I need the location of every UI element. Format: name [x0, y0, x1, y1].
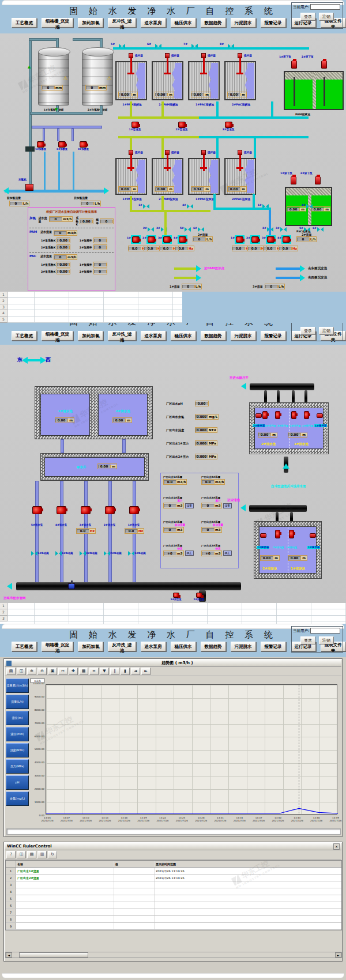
table-row[interactable]: 3: [6, 881, 341, 888]
nav-button[interactable]: 加药加氯: [78, 18, 103, 28]
table-row[interactable]: 2 厂区出水2#流量 2021/7/26 13:19:26: [6, 875, 341, 881]
table-row[interactable]: 5: [6, 895, 341, 902]
valve[interactable]: 5#: [185, 227, 191, 232]
valve[interactable]: 1#: [143, 204, 149, 209]
submersible-pump-icon[interactable]: [321, 61, 327, 69]
motor-valve[interactable]: 5#电动阀: [31, 551, 43, 556]
nav-button[interactable]: 工艺概览: [12, 18, 37, 28]
storage-tank[interactable]: ⚠ 0mm 2#次氯酸钠储罐: [82, 51, 113, 111]
mixer-icon[interactable]: [200, 53, 208, 78]
curve-button[interactable]: 余氯(mg/L): [6, 791, 29, 806]
mixer-icon[interactable]: [260, 533, 266, 538]
mixer-icon[interactable]: [310, 533, 316, 538]
nav-button[interactable]: 细格栅_沉淀池: [42, 331, 73, 341]
motor-valve[interactable]: 3#电动阀: [80, 551, 91, 556]
valve[interactable]: 2#: [148, 227, 154, 232]
scroll-right-icon[interactable]: ►: [335, 952, 341, 958]
coef-input[interactable]: 0.00: [57, 270, 70, 273]
nav-button[interactable]: 加药加氯: [78, 331, 103, 341]
dosing-tank[interactable]: 搅拌器 0.34m 1#PAC投加池: [188, 158, 220, 195]
close-icon[interactable]: ✕: [333, 843, 340, 850]
nav-button[interactable]: 送水泵房: [141, 331, 166, 341]
nav-button[interactable]: 稳压供水: [171, 642, 196, 651]
coef-input[interactable]: 0.00: [80, 220, 93, 223]
print-icon[interactable]: ◫: [17, 851, 26, 858]
nav-button[interactable]: 工艺概览: [12, 642, 37, 651]
time-range-icon[interactable]: ▼: [100, 668, 109, 675]
flow-action-button[interactable]: 修正: [185, 551, 194, 556]
dissolve-tank[interactable]: 7# 搅拌器 0.00m 1#PAC溶解池: [188, 61, 220, 100]
nav-button[interactable]: 细格栅_沉淀池: [42, 18, 73, 28]
nav-button[interactable]: 污泥脱水: [231, 642, 256, 651]
export-icon[interactable]: ▤: [6, 668, 16, 675]
valve-icon[interactable]: [191, 44, 198, 48]
table-row[interactable]: 6: [6, 902, 341, 909]
chlorine-pump[interactable]: 3#加氯泵: [76, 141, 91, 150]
nav-button[interactable]: 报警记录: [261, 18, 286, 28]
valve[interactable]: 3#: [280, 227, 287, 232]
nav-button[interactable]: 稳压供水: [171, 331, 196, 341]
mixer-icon[interactable]: [317, 413, 323, 418]
chlorinator-icon[interactable]: [25, 184, 33, 191]
nav-button[interactable]: 污泥脱水: [231, 331, 256, 341]
pump-icon[interactable]: [291, 411, 296, 419]
login-button[interactable]: 登录: [300, 636, 315, 644]
metering-pump[interactable]: 3# 0.0Hz: [159, 235, 175, 251]
supply-pump[interactable]: 4#送水泵: [52, 506, 70, 534]
original-view-icon[interactable]: ▦: [79, 668, 88, 675]
move-chart-icon[interactable]: ✚: [69, 668, 78, 675]
pump-icon[interactable]: [304, 411, 309, 419]
valve[interactable]: 5#: [304, 227, 310, 232]
next-icon[interactable]: ►: [141, 668, 151, 675]
table-row[interactable]: 9: [6, 923, 341, 930]
drain-pump[interactable]: 2#排空泵: [191, 593, 206, 601]
metering-pump[interactable]: 3# 0.0Hz: [263, 235, 279, 251]
curve-button[interactable]: 流量(L/h): [6, 695, 29, 709]
logout-button[interactable]: 注销: [319, 636, 334, 644]
scroll-left-icon[interactable]: ◄: [6, 952, 12, 958]
columns-icon[interactable]: ▥: [37, 851, 47, 858]
curve-button[interactable]: 液位(mm): [6, 727, 29, 741]
nav-button[interactable]: 污泥脱水: [231, 18, 256, 28]
mixer-icon[interactable]: [255, 413, 262, 418]
motor-valve[interactable]: 4#电动阀: [55, 551, 67, 556]
start-stop-icon[interactable]: ▮: [121, 668, 130, 675]
trend-titlebar[interactable]: 趋势图 ( m3/h ): [5, 659, 341, 667]
curve-button[interactable]: 浊度(NTU): [6, 743, 29, 757]
nav-button[interactable]: 反冲洗_滤池: [108, 18, 136, 28]
supply-pump[interactable]: 5#送水泵: [28, 506, 46, 534]
nav-button[interactable]: 反冲洗_滤池: [108, 642, 136, 651]
submersible-pump-icon[interactable]: [315, 176, 321, 184]
zoom-area-icon[interactable]: ▣: [48, 668, 57, 675]
current-user-input[interactable]: [310, 628, 340, 634]
curve-button[interactable]: 液位(m): [6, 711, 29, 725]
logout-button[interactable]: 注销: [319, 13, 334, 21]
help-icon[interactable]: ?: [6, 851, 16, 858]
valve-icon[interactable]: [119, 44, 125, 48]
valve[interactable]: 6#: [317, 227, 324, 232]
nav-button[interactable]: 反冲洗_滤池: [108, 331, 136, 341]
select-curves-icon[interactable]: ≡: [89, 668, 99, 675]
nav-button[interactable]: 报警记录: [261, 331, 286, 341]
export-icon[interactable]: ▤: [27, 851, 36, 858]
dosing-tank[interactable]: 搅拌器 0.00m 2#PAC投加池: [224, 158, 256, 195]
dosing-tank[interactable]: 搅拌器 0.00m 1#PAM投加池: [115, 158, 147, 195]
valve[interactable]: 4#: [306, 204, 313, 209]
supply-pump[interactable]: 1#送水泵 0.0Hz: [125, 506, 143, 534]
login-button[interactable]: 登录: [300, 327, 315, 335]
mixer-icon[interactable]: [127, 150, 135, 173]
metering-pump[interactable]: 1# 0.0Hz: [128, 235, 144, 251]
trend-plot[interactable]: [46, 684, 337, 815]
metering-pump[interactable]: 4# 0.0Hz: [279, 235, 294, 251]
motor-valve[interactable]: 1#电动阀: [128, 551, 140, 556]
valve-icon[interactable]: [155, 44, 161, 48]
flow-action-button[interactable]: 修正: [223, 551, 232, 556]
metering-pump[interactable]: 1# 0.0Hz: [232, 235, 247, 251]
valve[interactable]: 4#: [187, 204, 193, 209]
mixer-icon[interactable]: [163, 150, 171, 173]
clear-water-tank[interactable]: 1#清水池 0.00m: [40, 394, 90, 436]
pump-icon[interactable]: [262, 411, 268, 419]
nav-button[interactable]: 送水泵房: [141, 18, 166, 28]
pipeline-pump[interactable]: 1#管道泵: [123, 122, 146, 131]
mixer-icon[interactable]: [163, 53, 171, 78]
